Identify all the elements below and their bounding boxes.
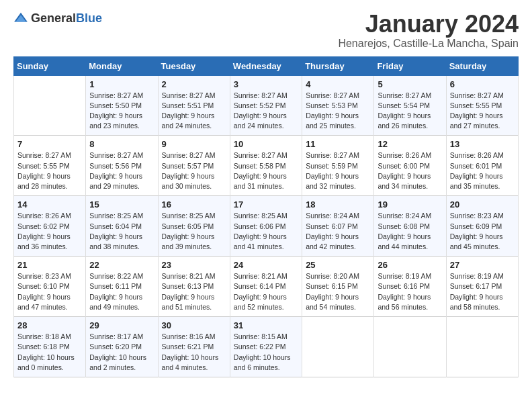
calendar-cell: 7Sunrise: 8:27 AMSunset: 5:55 PMDaylight… — [14, 136, 86, 196]
day-number: 25 — [306, 260, 370, 270]
day-number: 5 — [378, 79, 442, 89]
calendar-cell: 17Sunrise: 8:25 AMSunset: 6:06 PMDayligh… — [230, 196, 302, 257]
calendar-cell: 1Sunrise: 8:27 AMSunset: 5:50 PMDaylight… — [86, 75, 158, 136]
day-number: 9 — [162, 139, 226, 149]
day-info: Sunrise: 8:24 AMSunset: 6:07 PMDaylight:… — [306, 211, 370, 252]
day-info: Sunrise: 8:25 AMSunset: 6:04 PMDaylight:… — [89, 211, 154, 252]
day-number: 29 — [89, 320, 154, 330]
calendar-cell: 5Sunrise: 8:27 AMSunset: 5:54 PMDaylight… — [374, 75, 446, 136]
calendar-cell: 30Sunrise: 8:16 AMSunset: 6:21 PMDayligh… — [158, 317, 230, 377]
calendar-cell — [374, 317, 446, 377]
calendar-cell: 11Sunrise: 8:27 AMSunset: 5:59 PMDayligh… — [302, 136, 374, 196]
day-info: Sunrise: 8:23 AMSunset: 6:09 PMDaylight:… — [450, 211, 515, 252]
calendar-cell: 28Sunrise: 8:18 AMSunset: 6:18 PMDayligh… — [14, 317, 86, 377]
day-number: 14 — [17, 199, 82, 210]
calendar-week-4: 21Sunrise: 8:23 AMSunset: 6:10 PMDayligh… — [14, 257, 519, 317]
calendar-cell: 19Sunrise: 8:24 AMSunset: 6:08 PMDayligh… — [374, 196, 446, 257]
day-number: 20 — [450, 199, 515, 210]
calendar-cell: 2Sunrise: 8:27 AMSunset: 5:51 PMDaylight… — [158, 75, 230, 136]
calendar-cell — [302, 317, 374, 377]
calendar-cell: 3Sunrise: 8:27 AMSunset: 5:52 PMDaylight… — [230, 75, 302, 136]
calendar-cell: 9Sunrise: 8:27 AMSunset: 5:57 PMDaylight… — [158, 136, 230, 196]
logo-text-general: General — [31, 11, 76, 25]
day-info: Sunrise: 8:27 AMSunset: 5:51 PMDaylight:… — [162, 91, 226, 132]
day-number: 30 — [162, 320, 226, 330]
day-number: 6 — [450, 79, 515, 89]
day-info: Sunrise: 8:16 AMSunset: 6:21 PMDaylight:… — [162, 332, 226, 373]
day-number: 31 — [234, 320, 298, 330]
page-header: GeneralBlue January 2024 Henarejos, Cast… — [13, 11, 519, 50]
day-info: Sunrise: 8:20 AMSunset: 6:15 PMDaylight:… — [306, 271, 370, 312]
day-number: 15 — [89, 199, 154, 210]
day-number: 17 — [234, 199, 298, 210]
calendar-cell — [446, 317, 518, 377]
calendar-cell: 16Sunrise: 8:25 AMSunset: 6:05 PMDayligh… — [158, 196, 230, 257]
calendar-cell: 27Sunrise: 8:19 AMSunset: 6:17 PMDayligh… — [446, 257, 518, 317]
calendar-cell: 22Sunrise: 8:22 AMSunset: 6:11 PMDayligh… — [86, 257, 158, 317]
day-info: Sunrise: 8:17 AMSunset: 6:20 PMDaylight:… — [89, 332, 154, 373]
day-info: Sunrise: 8:27 AMSunset: 5:50 PMDaylight:… — [89, 91, 154, 132]
day-info: Sunrise: 8:24 AMSunset: 6:08 PMDaylight:… — [378, 211, 442, 252]
day-number: 7 — [17, 139, 82, 149]
day-number: 10 — [234, 139, 298, 149]
calendar-cell: 10Sunrise: 8:27 AMSunset: 5:58 PMDayligh… — [230, 136, 302, 196]
day-number: 2 — [162, 79, 226, 89]
calendar-cell: 4Sunrise: 8:27 AMSunset: 5:53 PMDaylight… — [302, 75, 374, 136]
day-number: 3 — [234, 79, 298, 89]
day-info: Sunrise: 8:19 AMSunset: 6:16 PMDaylight:… — [378, 271, 442, 312]
day-number: 11 — [306, 139, 370, 149]
logo: GeneralBlue — [13, 11, 102, 26]
day-number: 24 — [234, 260, 298, 270]
calendar-week-3: 14Sunrise: 8:26 AMSunset: 6:02 PMDayligh… — [14, 196, 519, 257]
calendar-week-1: 1Sunrise: 8:27 AMSunset: 5:50 PMDaylight… — [14, 75, 519, 136]
day-number: 27 — [450, 260, 515, 270]
logo-text-blue: Blue — [76, 11, 102, 25]
day-number: 19 — [378, 199, 442, 210]
day-info: Sunrise: 8:25 AMSunset: 6:05 PMDaylight:… — [162, 211, 226, 252]
header-cell-tuesday: Tuesday — [158, 56, 230, 75]
day-info: Sunrise: 8:26 AMSunset: 6:02 PMDaylight:… — [17, 211, 82, 252]
day-info: Sunrise: 8:22 AMSunset: 6:11 PMDaylight:… — [89, 271, 154, 312]
day-number: 26 — [378, 260, 442, 270]
calendar-body: 1Sunrise: 8:27 AMSunset: 5:50 PMDaylight… — [14, 75, 519, 377]
header-cell-sunday: Sunday — [14, 56, 86, 75]
day-number: 22 — [89, 260, 154, 270]
calendar-cell: 18Sunrise: 8:24 AMSunset: 6:07 PMDayligh… — [302, 196, 374, 257]
day-info: Sunrise: 8:25 AMSunset: 6:06 PMDaylight:… — [234, 211, 298, 252]
location-subtitle: Henarejos, Castille-La Mancha, Spain — [338, 38, 519, 50]
day-info: Sunrise: 8:27 AMSunset: 5:56 PMDaylight:… — [89, 150, 154, 191]
calendar-cell: 12Sunrise: 8:26 AMSunset: 6:00 PMDayligh… — [374, 136, 446, 196]
day-info: Sunrise: 8:27 AMSunset: 5:57 PMDaylight:… — [162, 150, 226, 191]
calendar-cell: 25Sunrise: 8:20 AMSunset: 6:15 PMDayligh… — [302, 257, 374, 317]
header-cell-thursday: Thursday — [302, 56, 374, 75]
calendar-cell: 20Sunrise: 8:23 AMSunset: 6:09 PMDayligh… — [446, 196, 518, 257]
day-info: Sunrise: 8:19 AMSunset: 6:17 PMDaylight:… — [450, 271, 515, 312]
day-info: Sunrise: 8:26 AMSunset: 6:01 PMDaylight:… — [450, 150, 515, 191]
day-info: Sunrise: 8:23 AMSunset: 6:10 PMDaylight:… — [17, 271, 82, 312]
day-number: 16 — [162, 199, 226, 210]
calendar-cell: 23Sunrise: 8:21 AMSunset: 6:13 PMDayligh… — [158, 257, 230, 317]
logo-icon — [13, 11, 28, 26]
day-number: 4 — [306, 79, 370, 89]
header-cell-monday: Monday — [86, 56, 158, 75]
day-info: Sunrise: 8:27 AMSunset: 5:58 PMDaylight:… — [234, 150, 298, 191]
calendar-cell: 24Sunrise: 8:21 AMSunset: 6:14 PMDayligh… — [230, 257, 302, 317]
day-info: Sunrise: 8:18 AMSunset: 6:18 PMDaylight:… — [17, 332, 82, 373]
day-info: Sunrise: 8:27 AMSunset: 5:54 PMDaylight:… — [378, 91, 442, 132]
day-number: 13 — [450, 139, 515, 149]
header-cell-wednesday: Wednesday — [230, 56, 302, 75]
day-number: 28 — [17, 320, 82, 330]
day-number: 8 — [89, 139, 154, 149]
calendar-cell: 29Sunrise: 8:17 AMSunset: 6:20 PMDayligh… — [86, 317, 158, 377]
month-title: January 2024 — [338, 11, 519, 38]
day-info: Sunrise: 8:21 AMSunset: 6:13 PMDaylight:… — [162, 271, 226, 312]
day-number: 12 — [378, 139, 442, 149]
calendar-cell: 14Sunrise: 8:26 AMSunset: 6:02 PMDayligh… — [14, 196, 86, 257]
day-info: Sunrise: 8:27 AMSunset: 5:59 PMDaylight:… — [306, 150, 370, 191]
day-info: Sunrise: 8:27 AMSunset: 5:55 PMDaylight:… — [17, 150, 82, 191]
day-info: Sunrise: 8:27 AMSunset: 5:55 PMDaylight:… — [450, 91, 515, 132]
day-info: Sunrise: 8:21 AMSunset: 6:14 PMDaylight:… — [234, 271, 298, 312]
calendar-cell: 31Sunrise: 8:15 AMSunset: 6:22 PMDayligh… — [230, 317, 302, 377]
day-info: Sunrise: 8:27 AMSunset: 5:52 PMDaylight:… — [234, 91, 298, 132]
day-number: 18 — [306, 199, 370, 210]
